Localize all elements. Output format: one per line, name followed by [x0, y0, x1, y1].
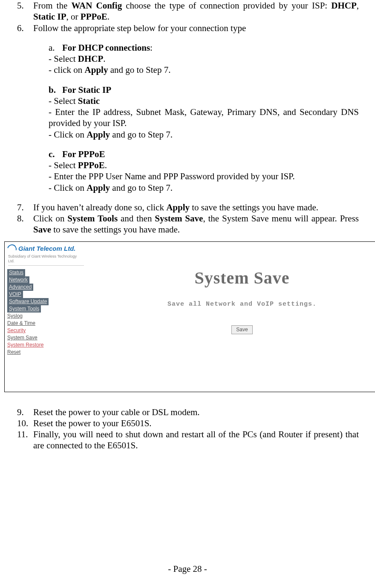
sub-line: - Enter the IP address, Subnet Mask, Gat…	[49, 106, 359, 129]
list-item-7: 7. If you haven’t already done so, click…	[16, 202, 359, 213]
sub-number: c.	[49, 149, 62, 160]
sub-number: b.	[49, 84, 62, 95]
list-body: Reset the power to your cable or DSL mod…	[33, 407, 359, 418]
embedded-screenshot: Giant Telecom Ltd. Subsidiary of Giant W…	[4, 241, 375, 392]
bold-run: Static	[78, 96, 100, 106]
list-number: 6.	[16, 23, 33, 34]
brand-subtitle: Subsidiary of Giant Wireless Technology …	[8, 254, 84, 266]
bold-run: DHCP	[331, 0, 357, 11]
text-run: ,	[357, 0, 359, 11]
text-run: .	[103, 54, 105, 64]
screenshot-sidebar: Giant Telecom Ltd. Subsidiary of Giant W…	[7, 244, 84, 356]
sub-title: For PPPoE	[62, 149, 105, 160]
text-run: , or	[66, 11, 81, 22]
text-run: If you haven’t already done so, click	[33, 202, 166, 212]
list-body: Click on System Tools and then System Sa…	[33, 213, 359, 235]
list-item-6: 6. Follow the appropriate step below for…	[16, 23, 359, 34]
nav-status[interactable]: Status	[7, 269, 25, 276]
nav-system-restore[interactable]: System Restore	[7, 341, 43, 349]
list-body: From the WAN Config choose the type of c…	[33, 0, 359, 23]
text-run: :	[150, 43, 153, 53]
text-run: and go to Step 7.	[110, 129, 173, 140]
list-body: Follow the appropriate step below for yo…	[33, 23, 359, 34]
nav-security[interactable]: Security	[7, 327, 26, 334]
list-item-11: 11. Finally, you will need to shut down …	[16, 429, 359, 451]
bold-run: Save	[33, 224, 51, 235]
text-run: .	[107, 11, 110, 22]
sub-line: - Select DHCP.	[49, 53, 359, 64]
page-footer: - Page 28 -	[0, 563, 375, 574]
sub-title: For DHCP connections:	[62, 42, 153, 53]
text-run: , the System Save menu will appear. Pres…	[203, 213, 359, 224]
brand-logo: Giant Telecom Ltd.	[7, 244, 84, 254]
text-run: to save the settings you have made.	[51, 224, 180, 235]
list-number: 8.	[16, 213, 33, 235]
ordered-list-main: 5. From the WAN Config choose the type o…	[16, 0, 359, 34]
sub-item-b: b.For Static IP - Select Static - Enter …	[49, 84, 359, 140]
bold-run: System Tools	[67, 213, 118, 224]
list-body: Finally, you will need to shut down and …	[33, 429, 359, 451]
sub-line: - Click on Apply and go to Step 7.	[49, 129, 359, 140]
nav-syslog[interactable]: Syslog	[7, 313, 23, 320]
sub-line: - Select Static	[49, 95, 359, 106]
text-run: - Select	[49, 54, 78, 64]
bold-run: Apply	[85, 65, 108, 75]
text-run: choose the type of connection provided b…	[122, 0, 331, 11]
list-number: 10.	[16, 418, 33, 429]
save-button-wrap: Save	[115, 325, 369, 334]
bold-run: System Save	[155, 213, 203, 224]
bold-run: Apply	[87, 183, 110, 193]
nav-software-update[interactable]: Software Update	[7, 298, 49, 305]
ordered-list-main-continued: 7. If you haven’t already done so, click…	[16, 202, 359, 235]
sub-line: - Select PPPoE.	[49, 160, 359, 171]
text-run: - Click on	[49, 129, 87, 140]
text-run: - Select	[49, 160, 78, 170]
bold-run: For DHCP connections	[62, 43, 150, 53]
screenshot-main: System Save Save all Network and VoIP se…	[115, 267, 369, 335]
sub-number: a.	[49, 42, 62, 53]
nav-system-save[interactable]: System Save	[7, 334, 38, 341]
list-number: 11.	[16, 429, 33, 451]
list-body: Reset the power to your E6501S.	[33, 418, 359, 429]
text-run: - Click on	[49, 183, 87, 193]
sub-list: a.For DHCP connections: - Select DHCP. -…	[49, 42, 359, 193]
list-item-10: 10. Reset the power to your E6501S.	[16, 418, 359, 429]
text-run: .	[105, 160, 107, 170]
bold-run: WAN Config	[71, 0, 122, 11]
save-button[interactable]: Save	[231, 325, 252, 334]
sub-line: - Enter the PPP User Name and PPP Passwo…	[49, 171, 359, 182]
text-run: From the	[33, 0, 71, 11]
list-body: If you haven’t already done so, click Ap…	[33, 202, 359, 213]
nav-reset[interactable]: Reset	[7, 349, 20, 356]
bold-run: Static IP	[33, 11, 66, 22]
text-run: and go to Step 7.	[110, 183, 173, 193]
list-number: 9.	[16, 407, 33, 418]
nav-voip[interactable]: VOIP	[7, 291, 23, 298]
text-run: - Select	[49, 96, 78, 106]
list-number: 5.	[16, 0, 33, 23]
nav-network[interactable]: Network	[7, 276, 29, 284]
nav-system-tools[interactable]: System Tools	[7, 305, 41, 313]
sub-item-a: a.For DHCP connections: - Select DHCP. -…	[49, 42, 359, 76]
screenshot-description: Save all Network and VoIP settings.	[115, 301, 369, 309]
nav-advanced[interactable]: Advanced	[7, 284, 33, 291]
text-run: and then	[118, 213, 155, 224]
list-item-9: 9. Reset the power to your cable or DSL …	[16, 407, 359, 418]
bold-run: DHCP	[78, 54, 104, 64]
page: 5. From the WAN Config choose the type o…	[0, 0, 375, 588]
text-run: and go to Step 7.	[108, 65, 170, 75]
bold-run: PPPoE	[81, 11, 107, 22]
bold-run: Apply	[87, 129, 110, 140]
sub-item-c: c.For PPPoE - Select PPPoE. - Enter the …	[49, 149, 359, 193]
text-run: Click on	[33, 213, 67, 224]
nav-date-time[interactable]: Date & Time	[7, 320, 35, 327]
sub-title: For Static IP	[62, 84, 111, 95]
bold-run: PPPoE	[78, 160, 105, 170]
ordered-list-main-continued-2: 9. Reset the power to your cable or DSL …	[16, 407, 359, 451]
brand-name: Giant Telecom Ltd.	[18, 245, 75, 253]
sub-line: - click on Apply and go to Step 7.	[49, 64, 359, 75]
screenshot-title: System Save	[115, 267, 369, 289]
list-item-8: 8. Click on System Tools and then System…	[16, 213, 359, 235]
bold-run: Apply	[166, 202, 190, 212]
sub-line: - Click on Apply and go to Step 7.	[49, 182, 359, 193]
